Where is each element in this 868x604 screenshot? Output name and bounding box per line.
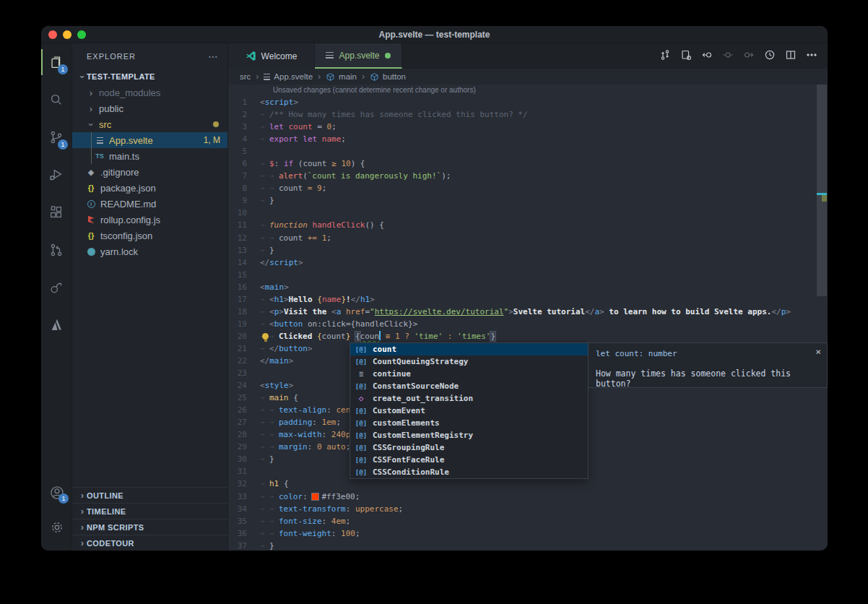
suggestion-item[interactable]: [@]CustomEvent (350, 405, 588, 417)
code-line-7[interactable]: 7→→alert(`count is dangerously high!`); (228, 170, 828, 182)
close-icon[interactable]: × (815, 346, 821, 357)
code-line-12[interactable]: 12→→count += 1; (228, 232, 828, 244)
explorer-item-app-svelte[interactable]: App.svelte1, M (72, 132, 227, 148)
suggestion-item[interactable]: [@]count (350, 343, 588, 355)
code-line-36[interactable]: 36→→font-weight: 100; (228, 527, 828, 540)
code-line-37[interactable]: 37→} (228, 540, 828, 551)
explorer-item-tsconfig-json[interactable]: {}tsconfig.json (72, 228, 227, 243)
suggestion-item[interactable]: [@]CountQueuingStrategy (350, 355, 588, 368)
code-line-14[interactable]: 14</script> (228, 256, 828, 269)
explorer-item-node-modules[interactable]: ›node_modules (72, 85, 227, 100)
code-line-13[interactable]: 13→} (228, 244, 828, 256)
explorer-item--gitignore[interactable]: ◆.gitignore (72, 164, 227, 180)
code-line-19[interactable]: 19→<button on:click={handleClick}> (228, 318, 828, 330)
suggestion-item[interactable]: ≡continue (350, 368, 588, 380)
breadcrumb-item-button[interactable]: button (370, 72, 406, 82)
open-changes-button[interactable] (680, 49, 692, 64)
zoom-window-button[interactable] (77, 30, 86, 39)
code-editor[interactable]: Unsaved changes (cannot determine recent… (228, 85, 828, 551)
code-line-33[interactable]: 33→→color: #ff3e00; (228, 491, 828, 503)
current-change-button[interactable] (722, 49, 734, 64)
explorer-item-rollup-config-js[interactable]: rollup.config.js (72, 212, 227, 228)
suggestion-item[interactable]: ◇create_out_transition (350, 392, 588, 405)
code-line-content: </main> (260, 355, 293, 367)
minimize-window-button[interactable] (63, 30, 71, 39)
line-number: 17 (228, 293, 260, 306)
code-line-10[interactable]: 10 (228, 207, 828, 219)
code-line-32[interactable]: 32→h1 { (228, 478, 828, 490)
file-name: yarn.lock (100, 246, 138, 257)
code-line-5[interactable]: 5 (228, 145, 828, 158)
suggestion-item[interactable]: [@]CSSGroupingRule (350, 441, 588, 454)
sidebar-item-live-share[interactable] (41, 269, 71, 306)
chevron-right-icon: › (78, 522, 87, 532)
explorer-item-src[interactable]: ›src (72, 116, 227, 132)
code-line-17[interactable]: 17→<h1>Hello {name}!</h1> (228, 293, 828, 306)
explorer-item-yarn-lock[interactable]: yarn.lock (72, 243, 227, 259)
code-line-18[interactable]: 18→<p>Visit the <a href="https://svelte.… (228, 306, 828, 318)
file-name: rollup.config.js (100, 215, 160, 225)
sidebar-item-explorer[interactable]: 1 (41, 43, 71, 81)
suggestion-item[interactable]: [@]CustomElementRegistry (350, 429, 588, 441)
sidebar-item-search[interactable] (41, 81, 71, 118)
settings-button[interactable] (41, 510, 72, 545)
next-change-button[interactable] (743, 49, 755, 64)
explorer-more-actions-button[interactable]: ⋯ (208, 51, 219, 62)
breadcrumb-item-file[interactable]: App.svelte (264, 72, 313, 81)
close-window-button[interactable] (48, 30, 57, 39)
sidebar-item-azure[interactable] (41, 306, 71, 344)
code-line-3[interactable]: 3→let count = 0; (228, 121, 828, 133)
sidebar-item-run-debug[interactable] (41, 156, 71, 194)
code-line-11[interactable]: 11→function handleClick() { (228, 219, 828, 231)
sidebar-panel-npm-scripts[interactable]: ›NPM SCRIPTS (72, 519, 227, 535)
source-control-compare-button[interactable] (659, 49, 671, 64)
line-number: 25 (228, 392, 260, 404)
title-bar[interactable]: App.svelte — test-template (41, 26, 828, 43)
lightbulb-icon[interactable] (262, 333, 269, 340)
tab-welcome[interactable]: Welcome (228, 43, 315, 69)
sidebar-panel-timeline[interactable]: ›TIMELINE (72, 503, 227, 519)
code-line-15[interactable]: 15 (228, 269, 828, 281)
code-line-1[interactable]: 1<script> (228, 96, 828, 108)
explorer-item-public[interactable]: ›public (72, 100, 227, 116)
line-number: 22 (228, 355, 260, 367)
intellisense-popup: [@]count[@]CountQueuingStrategy≡continue… (350, 342, 589, 479)
sidebar-panel-codetour[interactable]: ›CODETOUR (72, 535, 227, 551)
code-line-4[interactable]: 4→export let name; (228, 133, 828, 145)
suggestion-item[interactable]: [@]customElements (350, 417, 588, 429)
split-editor-button[interactable] (785, 49, 797, 64)
breadcrumb-item-main[interactable]: main (326, 72, 357, 82)
sidebar-item-source-control[interactable]: 1 (41, 118, 71, 156)
explorer-item-package-json[interactable]: {}package.json (72, 180, 227, 196)
tab-app-svelte[interactable]: App.svelte (315, 43, 402, 69)
suggestion-label: CSSGroupingRule (373, 443, 444, 452)
codelens-annotation[interactable]: Unsaved changes (cannot determine recent… (228, 85, 828, 96)
code-line-content: →→alert(`count is dangerously high!`); (260, 170, 451, 182)
editor-scrollbar[interactable] (817, 85, 827, 296)
explorer-item-readme-md[interactable]: iREADME.md (72, 196, 227, 212)
accounts-button[interactable]: 1 (41, 475, 72, 510)
editor-group: Welcome App.svelte (228, 43, 828, 551)
sidebar-panel-outline[interactable]: ›OUTLINE (72, 487, 227, 503)
breadcrumb-item-src[interactable]: src (240, 72, 251, 81)
workspace-root-row[interactable]: › TEST-TEMPLATE (72, 69, 227, 85)
code-line-9[interactable]: 9→} (228, 194, 828, 207)
code-line-16[interactable]: 16<main> (228, 281, 828, 293)
suggestion-item[interactable]: [@]CSSConditionRule (350, 466, 588, 478)
code-line-8[interactable]: 8→→count = 9; (228, 182, 828, 194)
code-line-2[interactable]: 2→/** How many times has someone clicked… (228, 108, 828, 121)
suggestion-item[interactable]: [@]CSSFontFaceRule (350, 454, 588, 466)
code-line-34[interactable]: 34→→text-transform: uppercase; (228, 503, 828, 515)
file-history-button[interactable] (764, 49, 776, 64)
explorer-item-main-ts[interactable]: TSmain.ts (72, 148, 227, 164)
tab-whitespace: → (269, 182, 279, 194)
previous-change-button[interactable] (701, 49, 713, 64)
sidebar-item-extensions[interactable] (41, 194, 71, 231)
sidebar-item-github-pull-requests[interactable] (41, 231, 71, 269)
suggestion-item[interactable]: [@]ConstantSourceNode (350, 380, 588, 392)
code-line-6[interactable]: 6→$: if (count ≥ 10) { (228, 158, 828, 170)
code-line-20[interactable]: 20→→Clicked {count} {coun ≡ 1 ? 'time' :… (228, 330, 828, 342)
rollup-file-icon (88, 216, 95, 224)
code-line-35[interactable]: 35→→font-size: 4em; (228, 515, 828, 527)
more-actions-button[interactable] (806, 49, 817, 64)
